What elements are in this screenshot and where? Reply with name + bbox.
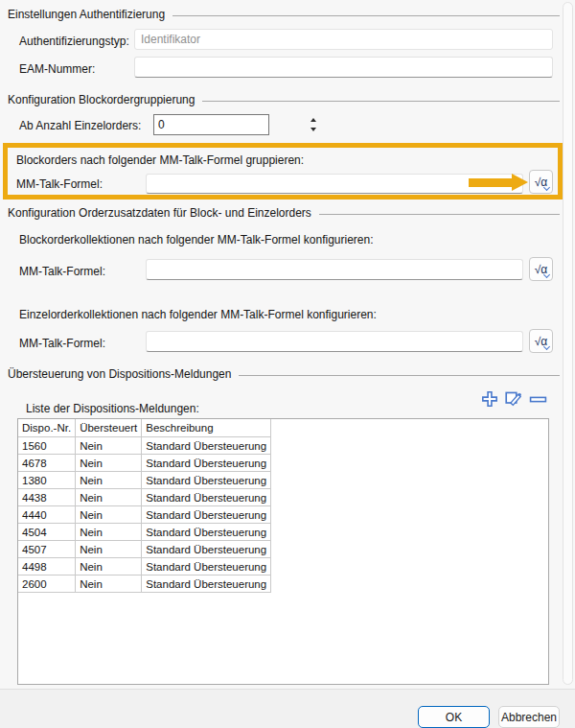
label-eam-number: EAM-Nummer:	[19, 62, 95, 76]
dispo-table[interactable]: Dispo.-Nr. Übersteuert Beschreibung 1560…	[17, 418, 549, 685]
label-mmtalk-single: MM-Talk-Formel:	[19, 337, 105, 350]
table-row[interactable]: 1380NeinStandard Übersteuerung	[18, 472, 271, 489]
table-header-row: Dispo.-Nr. Übersteuert Beschreibung	[18, 419, 271, 437]
minus-icon	[529, 394, 547, 405]
table-cell: 4678	[18, 455, 76, 472]
formula-editor-button-block[interactable]: √α	[529, 257, 553, 281]
table-cell: Nein	[76, 541, 142, 558]
table-cell: 1380	[18, 472, 76, 489]
input-auth-type	[134, 29, 553, 50]
table-cell: Standard Übersteuerung	[142, 437, 271, 455]
section-header-dispo: Übersteuerung von Dispositions-Meldungen	[8, 367, 560, 381]
spinner-up-button[interactable]	[310, 115, 316, 125]
cancel-button[interactable]: Abbrechen	[498, 706, 560, 728]
table-cell: Nein	[76, 524, 142, 541]
label-min-orders: Ab Anzahl Einzelorders:	[19, 119, 141, 132]
table-row[interactable]: 4438NeinStandard Übersteuerung	[18, 489, 271, 506]
dispo-table-body: 1560NeinStandard Übersteuerung4678NeinSt…	[18, 437, 271, 593]
table-cell: Nein	[76, 455, 142, 472]
formula-editor-button-group[interactable]: √α	[529, 170, 553, 194]
chevron-down-icon	[310, 128, 316, 131]
table-row[interactable]: 4507NeinStandard Übersteuerung	[18, 541, 271, 558]
chevron-down-icon	[543, 184, 550, 191]
table-cell: 4440	[18, 506, 76, 524]
col-header-uebersteuert[interactable]: Übersteuert	[76, 419, 142, 437]
table-cell: 2600	[18, 575, 76, 593]
section-divider	[239, 375, 560, 376]
table-cell: Nein	[76, 489, 142, 506]
input-mmtalk-group[interactable]	[146, 174, 523, 194]
formula-editor-button-single[interactable]: √α	[529, 329, 553, 353]
label-mmtalk-group: MM-Talk-Formel:	[16, 177, 103, 191]
section-title: Einstellungen Authentifizierung	[8, 8, 165, 21]
table-cell: 4504	[18, 524, 76, 541]
table-cell: Standard Übersteuerung	[142, 558, 271, 575]
input-mmtalk-block[interactable]	[146, 259, 523, 280]
section-header-grouping: Konfiguration Blockordergruppierung	[8, 93, 560, 106]
table-row[interactable]: 4440NeinStandard Übersteuerung	[18, 506, 271, 524]
section-title: Konfiguration Orderzusatzdaten für Block…	[8, 206, 311, 220]
table-row[interactable]: 4678NeinStandard Übersteuerung	[18, 455, 271, 472]
col-header-dispo-nr[interactable]: Dispo.-Nr.	[18, 419, 76, 437]
table-cell: 4507	[18, 541, 76, 558]
label-auth-type: Authentifizierungstyp:	[19, 35, 129, 48]
table-cell: 1560	[18, 437, 76, 455]
plus-icon	[481, 390, 498, 408]
label-mmtalk-block: MM-Talk-Formel:	[19, 265, 105, 278]
spinner-down-button[interactable]	[310, 125, 316, 134]
section-header-orderdata: Konfiguration Orderzusatzdaten für Block…	[8, 206, 560, 220]
scrollbar-track[interactable]	[563, 2, 573, 685]
section-divider	[319, 214, 560, 215]
table-row[interactable]: 1560NeinStandard Übersteuerung	[18, 437, 271, 455]
table-row[interactable]: 4504NeinStandard Übersteuerung	[18, 524, 271, 541]
edit-icon	[504, 388, 523, 408]
settings-dialog: Einstellungen Authentifizierung Authenti…	[0, 0, 575, 728]
table-cell: 4438	[18, 489, 76, 506]
min-orders-input[interactable]	[154, 115, 310, 134]
section-title: Konfiguration Blockordergruppierung	[8, 93, 195, 106]
table-cell: Standard Übersteuerung	[142, 524, 271, 541]
table-cell: 4498	[18, 558, 76, 575]
label-dispo-list: Liste der Dispositions-Meldungen:	[26, 402, 199, 415]
table-cell: Standard Übersteuerung	[142, 541, 271, 558]
annotation-arrow-icon	[469, 174, 529, 192]
caption-single-collections: Einzelorderkollektionen nach folgender M…	[19, 308, 377, 321]
ok-button[interactable]: OK	[418, 706, 490, 728]
min-orders-spinner[interactable]	[153, 114, 269, 135]
add-button[interactable]	[481, 390, 498, 408]
table-cell: Standard Übersteuerung	[142, 489, 271, 506]
table-cell: Nein	[76, 472, 142, 489]
section-header-auth: Einstellungen Authentifizierung	[8, 8, 560, 21]
chevron-down-icon	[543, 271, 550, 278]
edit-button[interactable]	[504, 388, 523, 408]
table-cell: Nein	[76, 437, 142, 455]
remove-button[interactable]	[529, 394, 547, 405]
section-divider	[202, 101, 560, 102]
table-cell: Nein	[76, 575, 142, 593]
section-title: Übersteuerung von Dispositions-Meldungen	[8, 367, 231, 381]
caption-block-collections: Blockorderkollektionen nach folgender MM…	[19, 233, 374, 247]
table-cell: Nein	[76, 506, 142, 524]
chevron-up-icon	[310, 118, 316, 122]
section-divider	[172, 15, 560, 16]
caption-group-formula: Blockorders nach folgender MM-Talk-Forme…	[16, 153, 304, 167]
input-mmtalk-single[interactable]	[146, 331, 523, 352]
table-row[interactable]: 4498NeinStandard Übersteuerung	[18, 558, 271, 575]
table-cell: Nein	[76, 558, 142, 575]
table-cell: Standard Übersteuerung	[142, 455, 271, 472]
table-row[interactable]: 2600NeinStandard Übersteuerung	[18, 575, 271, 593]
table-cell: Standard Übersteuerung	[142, 472, 271, 489]
col-header-beschreibung[interactable]: Beschreibung	[142, 419, 271, 437]
table-cell: Standard Übersteuerung	[142, 575, 271, 593]
chevron-down-icon	[543, 343, 550, 350]
input-eam-number[interactable]	[134, 57, 553, 78]
table-cell: Standard Übersteuerung	[142, 506, 271, 524]
